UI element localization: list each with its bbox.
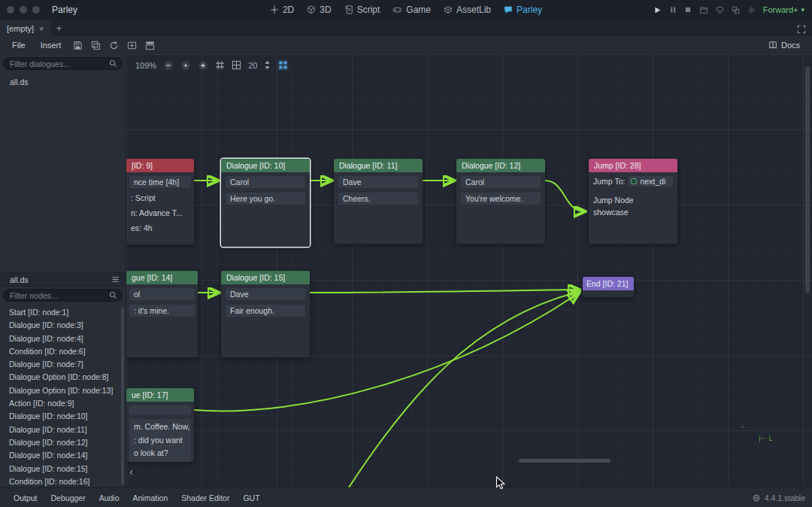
node-list-item[interactable]: Dialogue [ID: node:11] <box>0 424 126 436</box>
graph-node-dialogue-10[interactable]: Dialogue [ID: 10] Carol Here you go. <box>221 159 310 247</box>
node-list-item[interactable]: Dialogue [ID: node:10] <box>0 410 126 423</box>
panel-output[interactable]: Output <box>7 493 44 502</box>
character-field[interactable]: ol <box>129 288 195 300</box>
graph-node-dialogue-17[interactable]: ue [ID: 17] m. Coffee. Now, : did you wa… <box>126 388 194 462</box>
minimap-toggle-button[interactable] <box>277 59 289 71</box>
node-list-item[interactable]: Dialogue [ID: node:4] <box>0 332 126 345</box>
character-field[interactable]: Dave <box>226 288 305 300</box>
graph-node-dialogue-12[interactable]: Dialogue [ID: 12] Carol You're welcome. <box>456 159 545 244</box>
node-list-item[interactable]: Condition [ID: node:16] <box>0 475 126 487</box>
workspace-2d[interactable]: 2D <box>270 5 294 15</box>
grid-step-spinner[interactable] <box>264 60 271 70</box>
add-tab-button[interactable]: + <box>51 20 68 36</box>
panel-gut[interactable]: GUT <box>236 493 266 502</box>
panel-animation[interactable]: Animation <box>126 493 175 502</box>
dialogue-text-field[interactable]: You're welcome. <box>461 193 541 205</box>
node-list-item[interactable]: Dialogue Option [ID: node:8] <box>0 371 126 384</box>
workspace-3d[interactable]: 3D <box>307 5 331 15</box>
node-header[interactable]: Jump [ID: 28] <box>589 159 677 172</box>
graph-node-action-9[interactable]: [ID: 9] nce time [4h] : Script n: Advanc… <box>126 159 194 244</box>
zoom-reset-button[interactable] <box>180 60 191 71</box>
collapse-sidebar-arrow[interactable]: ‹ <box>129 466 133 477</box>
menu-icon[interactable] <box>111 275 120 284</box>
debug-options-button[interactable] <box>747 6 756 14</box>
dialogue-text-field[interactable]: Here you go. <box>226 193 305 205</box>
grid-toggle-button[interactable] <box>232 60 241 70</box>
dialogue-text-field[interactable]: Fair enough. <box>226 305 305 317</box>
window-minimize-button[interactable] <box>20 6 27 14</box>
filter-nodes-input[interactable] <box>3 289 123 302</box>
jump-target-select[interactable]: next_di <box>628 176 673 187</box>
game-instances-button[interactable] <box>732 6 740 14</box>
node-list-item[interactable]: Dialogue [ID: node:15] <box>0 463 126 475</box>
insert-node-button[interactable] <box>142 38 157 52</box>
node-header[interactable]: gue [ID: 14] <box>126 271 198 284</box>
node-list-scrollbar[interactable] <box>121 307 124 484</box>
docs-button[interactable]: Docs <box>762 39 806 51</box>
character-field[interactable]: Dave <box>338 176 418 188</box>
node-header[interactable]: Dialogue [ID: 12] <box>456 159 545 172</box>
graph-node-dialogue-15[interactable]: Dialogue [ID: 15] Dave Fair enough. <box>221 271 310 357</box>
node-list-item[interactable]: Dialogue [ID: node:14] <box>0 449 126 462</box>
workspace-parley[interactable]: Parley <box>504 5 542 15</box>
workspace-assetlib[interactable]: AssetLib <box>444 5 491 15</box>
node-header[interactable]: Dialogue [ID: 10] <box>221 159 310 172</box>
action-description-field[interactable]: nce time [4h] <box>129 176 191 188</box>
window-zoom-button[interactable] <box>32 6 40 14</box>
node-list-item[interactable]: Start [ID: node:1] <box>0 306 126 319</box>
workspace-script[interactable]: Script <box>344 5 380 15</box>
stop-button[interactable] <box>684 6 692 14</box>
node-header[interactable]: End [ID: 21] <box>583 277 634 290</box>
node-header[interactable]: [ID: 9] <box>126 159 194 172</box>
grid-step-value[interactable]: 20 <box>248 61 257 70</box>
tab-empty-scene[interactable]: [empty] × <box>0 20 51 36</box>
current-file-row[interactable]: all.ds <box>0 272 126 287</box>
insert-dialogue-button[interactable] <box>124 38 139 52</box>
node-list-item[interactable]: Dialogue [ID: node:12] <box>0 436 126 449</box>
close-tab-icon[interactable]: × <box>39 24 44 33</box>
refresh-button[interactable] <box>106 38 121 52</box>
graph-vertical-scrollbar[interactable] <box>805 66 810 293</box>
renderer-selector[interactable]: Forward+ ▾ <box>763 5 804 14</box>
character-field[interactable] <box>129 405 191 415</box>
dialogue-file-item[interactable]: all.ds <box>0 73 126 91</box>
filter-dialogues-input[interactable] <box>3 57 123 70</box>
save-all-button[interactable] <box>88 38 103 52</box>
pause-button[interactable] <box>669 6 677 14</box>
graph-node-dialogue-11[interactable]: Dialogue [ID: 11] Dave Cheers. <box>334 159 423 244</box>
character-field[interactable]: Carol <box>226 176 305 188</box>
snap-toggle-button[interactable] <box>215 60 225 70</box>
graph-horizontal-scrollbar[interactable] <box>519 459 611 463</box>
node-list-item[interactable]: Condition [ID: node:6] <box>0 345 126 358</box>
character-field[interactable]: Carol <box>461 176 541 188</box>
panel-debugger[interactable]: Debugger <box>44 493 92 502</box>
node-list-item[interactable]: Dialogue [ID: node:3] <box>0 319 126 332</box>
play-button[interactable] <box>653 6 662 14</box>
panel-audio[interactable]: Audio <box>92 493 126 502</box>
window-close-button[interactable] <box>7 6 14 14</box>
dialogue-text-field[interactable]: m. Coffee. Now, : did you want o look at… <box>129 419 191 462</box>
graph-node-jump-28[interactable]: Jump [ID: 28] Jump To: next_di Jump Node… <box>589 159 677 244</box>
file-menu[interactable]: File <box>6 39 32 51</box>
dialogue-text-field[interactable]: Cheers. <box>338 193 418 205</box>
jump-note[interactable]: Jump Node showcase <box>593 194 673 218</box>
version-info[interactable]: 4.4.1.stable <box>753 493 805 502</box>
zoom-out-button[interactable] <box>163 60 174 71</box>
panel-shader-editor[interactable]: Shader Editor <box>174 493 236 502</box>
node-header[interactable]: Dialogue [ID: 15] <box>221 271 310 284</box>
node-header[interactable]: ue [ID: 17] <box>126 388 194 402</box>
expand-editor-button[interactable] <box>797 25 806 34</box>
zoom-in-button[interactable] <box>198 60 208 71</box>
node-header[interactable]: Dialogue [ID: 11] <box>334 159 423 172</box>
insert-menu[interactable]: Insert <box>35 39 68 51</box>
graph-node-end-21[interactable]: End [ID: 21] <box>583 277 634 297</box>
movie-mode-button[interactable] <box>699 6 708 14</box>
dialogue-graph-canvas[interactable]: 109% 20 <box>126 54 812 487</box>
remote-debug-button[interactable] <box>716 6 724 14</box>
dialogue-text-field[interactable]: : it's mine. <box>129 305 195 317</box>
node-list-item[interactable]: Action [ID: node:9] <box>0 397 126 410</box>
workspace-game[interactable]: Game <box>392 5 431 15</box>
node-list-item[interactable]: Dialogue Option [ID: node:13] <box>0 384 126 397</box>
zoom-level[interactable]: 109% <box>135 61 156 70</box>
graph-node-dialogue-14[interactable]: gue [ID: 14] ol : it's mine. <box>126 271 198 357</box>
